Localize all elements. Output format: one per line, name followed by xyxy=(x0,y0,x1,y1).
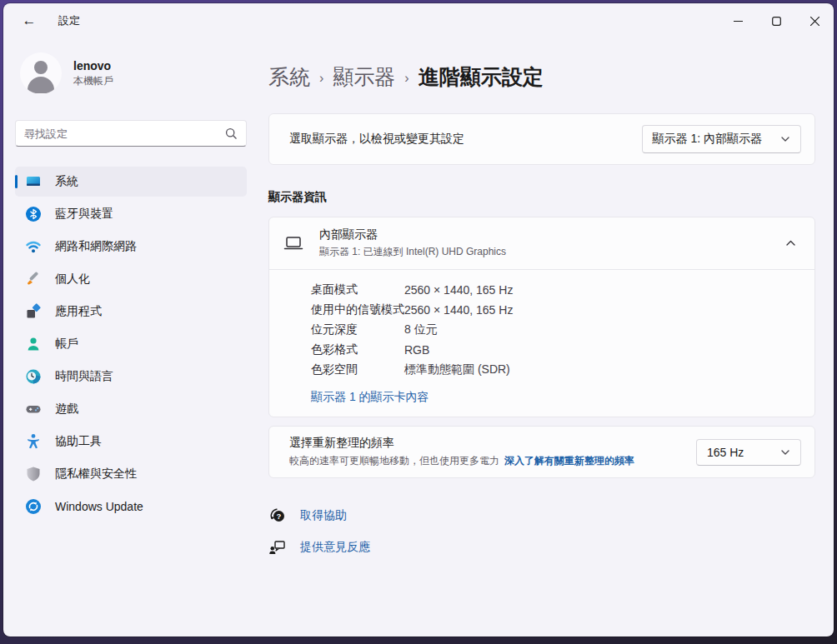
user-name: lenovo xyxy=(73,59,113,72)
sidebar-item-bluetooth-devices[interactable]: 藍牙與裝置 xyxy=(15,199,247,229)
detail-row-bit-depth: 位元深度 8 位元 xyxy=(311,320,801,340)
back-button[interactable]: ← xyxy=(15,8,43,33)
display-selector-label: 選取顯示器，以檢視或變更其設定 xyxy=(289,132,464,147)
sync-icon xyxy=(25,498,42,515)
detail-row-signal-mode: 使用中的信號模式 2560 × 1440, 165 Hz xyxy=(311,300,801,320)
apps-icon xyxy=(25,303,42,320)
search-input[interactable] xyxy=(24,127,225,140)
give-feedback-label: 提供意見反應 xyxy=(300,540,370,555)
close-button[interactable] xyxy=(795,3,834,38)
laptop-icon xyxy=(283,232,304,254)
display-info-title: 內部顯示器 xyxy=(319,227,506,242)
chevron-up-icon xyxy=(785,239,796,247)
learn-more-refresh-link[interactable]: 深入了解有關重新整理的頻率 xyxy=(504,455,634,467)
sidebar-item-label: 系統 xyxy=(55,174,78,189)
search-icon xyxy=(225,127,238,140)
user-account[interactable]: lenovo 本機帳戶 xyxy=(20,52,247,95)
display-info-section-title: 顯示器資訊 xyxy=(268,190,815,205)
sidebar-item-accounts[interactable]: 帳戶 xyxy=(15,329,247,359)
breadcrumb-separator: › xyxy=(319,68,323,86)
sidebar-item-label: 帳戶 xyxy=(55,337,78,352)
display-info-details: 桌面模式 2560 × 1440, 165 Hz 使用中的信號模式 2560 ×… xyxy=(269,269,814,417)
accessibility-person-icon xyxy=(25,433,42,450)
bluetooth-icon xyxy=(25,206,42,222)
close-icon xyxy=(810,17,819,26)
sidebar-item-privacy-security[interactable]: 隱私權與安全性 xyxy=(15,459,247,489)
display-info-card: 內部顯示器 顯示器 1: 已連線到 Intel(R) UHD Graphics … xyxy=(268,217,815,417)
give-feedback-link[interactable]: 提供意見反應 xyxy=(268,538,815,557)
page-title: 進階顯示設定 xyxy=(418,63,544,91)
refresh-rate-description: 較高的速率可更順暢地移動，但也使用更多電力深入了解有關重新整理的頻率 xyxy=(289,454,634,468)
sidebar-item-system[interactable]: 系統 xyxy=(15,167,247,197)
settings-window: ← 設定 lenovo 本機帳戶 xyxy=(3,3,834,637)
sidebar-item-gaming[interactable]: 遊戲 xyxy=(15,394,247,424)
user-account-type: 本機帳戶 xyxy=(73,74,113,88)
sidebar-item-label: 遊戲 xyxy=(55,402,78,417)
clock-globe-icon xyxy=(25,368,42,385)
sidebar-item-label: 網路和網際網路 xyxy=(55,239,137,254)
shield-icon xyxy=(25,466,42,482)
avatar xyxy=(20,52,62,94)
refresh-rate-value: 165 Hz xyxy=(707,446,744,459)
sidebar-item-network-internet[interactable]: 網路和網際網路 xyxy=(15,232,247,262)
display-selector-dropdown[interactable]: 顯示器 1: 內部顯示器 xyxy=(642,125,801,153)
feedback-icon xyxy=(268,538,287,557)
person-icon xyxy=(25,336,42,352)
sidebar-item-personalization[interactable]: 個人化 xyxy=(15,264,247,294)
main-content: 系統 › 顯示器 › 進階顯示設定 選取顯示器，以檢視或變更其設定 顯示器 1:… xyxy=(255,38,834,637)
footer-links: ? 取得協助 提供意見反應 xyxy=(268,507,815,557)
sidebar-item-label: 個人化 xyxy=(55,272,90,287)
detail-row-color-space: 色彩空間 標準動態範圍 (SDR) xyxy=(311,360,801,380)
display-adapter-properties-link[interactable]: 顯示器 1 的顯示卡內容 xyxy=(311,390,429,405)
breadcrumb-separator: › xyxy=(404,68,408,86)
wifi-icon xyxy=(25,238,42,255)
titlebar: ← 設定 xyxy=(3,3,834,38)
detail-row-desktop-mode: 桌面模式 2560 × 1440, 165 Hz xyxy=(311,280,801,300)
display-info-subtitle: 顯示器 1: 已連線到 Intel(R) UHD Graphics xyxy=(319,245,506,259)
system-laptop-icon xyxy=(25,173,42,190)
sidebar: lenovo 本機帳戶 系統 xyxy=(3,38,255,637)
get-help-label: 取得協助 xyxy=(300,508,347,523)
collapse-button[interactable] xyxy=(782,236,799,251)
minimize-icon xyxy=(734,17,743,26)
detail-row-color-format: 色彩格式 RGB xyxy=(311,340,801,360)
sidebar-item-label: 隱私權與安全性 xyxy=(55,467,137,482)
chevron-down-icon xyxy=(780,447,790,457)
refresh-rate-title: 選擇重新整理的頻率 xyxy=(289,436,634,451)
display-info-expander-header[interactable]: 內部顯示器 顯示器 1: 已連線到 Intel(R) UHD Graphics xyxy=(269,217,814,269)
window-content: lenovo 本機帳戶 系統 xyxy=(3,38,834,637)
breadcrumb: 系統 › 顯示器 › 進階顯示設定 xyxy=(268,62,815,92)
svg-text:?: ? xyxy=(277,512,282,521)
help-icon: ? xyxy=(268,507,287,525)
refresh-rate-dropdown[interactable]: 165 Hz xyxy=(696,439,801,466)
breadcrumb-system[interactable]: 系統 xyxy=(268,63,310,91)
sidebar-item-label: 應用程式 xyxy=(55,304,102,319)
sidebar-item-label: 藍牙與裝置 xyxy=(55,207,113,222)
gamepad-icon xyxy=(25,401,42,417)
minimize-button[interactable] xyxy=(719,3,757,38)
brush-icon xyxy=(25,271,42,287)
display-selector-card: 選取顯示器，以檢視或變更其設定 顯示器 1: 內部顯示器 xyxy=(268,113,815,165)
maximize-icon xyxy=(772,17,781,26)
sidebar-nav: 系統 藍牙與裝置 網路和網際 xyxy=(15,167,247,522)
sidebar-item-accessibility[interactable]: 協助工具 xyxy=(15,427,247,457)
maximize-button[interactable] xyxy=(757,3,795,38)
breadcrumb-display[interactable]: 顯示器 xyxy=(333,63,395,91)
window-controls xyxy=(719,3,834,38)
sidebar-item-label: 協助工具 xyxy=(55,434,102,449)
display-selector-value: 顯示器 1: 內部顯示器 xyxy=(653,132,762,147)
sidebar-item-label: Windows Update xyxy=(55,500,143,513)
refresh-rate-card: 選擇重新整理的頻率 較高的速率可更順暢地移動，但也使用更多電力深入了解有關重新整… xyxy=(268,426,815,478)
app-title: 設定 xyxy=(58,13,80,28)
get-help-link[interactable]: ? 取得協助 xyxy=(268,507,815,525)
sidebar-item-apps[interactable]: 應用程式 xyxy=(15,297,247,327)
sidebar-item-label: 時間與語言 xyxy=(55,369,113,384)
sidebar-item-time-language[interactable]: 時間與語言 xyxy=(15,362,247,392)
search-box xyxy=(15,120,247,147)
sidebar-item-windows-update[interactable]: Windows Update xyxy=(15,492,247,522)
chevron-down-icon xyxy=(780,134,790,144)
